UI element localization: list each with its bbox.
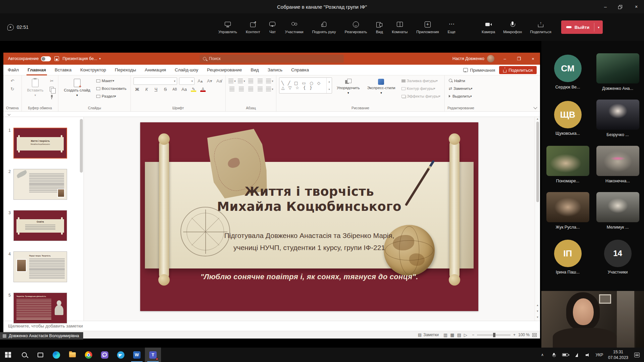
underline-button[interactable]: Ч [152,86,160,93]
clear-format-button[interactable]: Аа̸ [215,77,223,84]
edge-button[interactable] [48,348,64,362]
columns-button[interactable]: ▾ [266,85,273,93]
manage-button[interactable]: Управлять [215,19,240,36]
paste-button[interactable]: Вставить ▾ [24,77,46,101]
ppt-menu-tab[interactable]: Конструктор [76,65,110,75]
ppt-menu-tab[interactable]: Вставка [50,65,76,75]
telegram-button[interactable] [113,348,129,362]
ppt-menu-tab[interactable]: Справка [287,65,313,75]
slide-thumbnail-2[interactable] [13,169,67,200]
slide-thumbnail-5[interactable]: Чернігів. Громадська діяльність [13,293,67,323]
zoom-in-button[interactable]: + [513,333,516,337]
line-spacing-button[interactable]: ▾ [266,77,273,84]
ppt-menu-tab[interactable]: Анимация [141,65,170,75]
ppt-restore-button[interactable]: ❐ [512,53,526,65]
justify-button[interactable] [257,85,264,93]
account-avatar[interactable] [487,55,494,62]
self-video-tile[interactable] [541,291,644,348]
notes-toggle-button[interactable]: ▤Заметки [418,333,439,337]
align-left-button[interactable] [228,85,236,93]
previous-slide-button[interactable]: ▴ [537,303,538,307]
action-center-button[interactable] [632,348,642,362]
current-slide[interactable]: Життя і творчість Михайла Коцюбинського … [140,122,478,311]
increase-font-button[interactable]: А▴ [197,77,204,84]
find-button[interactable]: Найти [447,77,474,84]
shape-effects-button[interactable]: Эффекты фигуры▾ [400,93,442,100]
participant-tile[interactable]: ІП Ірина Паш... [544,234,591,280]
content-button[interactable]: Контент [243,19,263,36]
ppt-menu-tab[interactable]: Файл [3,65,23,75]
ppt-search-box[interactable]: Поиск [200,55,344,63]
ppt-menu-tab[interactable]: Вид [246,65,263,75]
ppt-menu-tab[interactable]: Запись [263,65,287,75]
comments-button[interactable]: Примечания [463,68,495,73]
save-icon[interactable] [54,56,59,61]
battery-icon[interactable] [560,348,570,362]
reset-button[interactable]: Восстановить [95,85,128,92]
account-name[interactable]: Настя Довженко [452,56,484,61]
align-right-button[interactable] [247,85,255,93]
mic-button[interactable]: Микрофон [500,19,525,36]
thumbnail-scrollbar[interactable] [80,119,83,173]
volume-icon[interactable] [583,348,593,362]
apps-button[interactable]: Приложения [413,19,442,36]
participant-tile[interactable]: Наконечна... [594,141,641,188]
minimize-button[interactable]: – [598,0,613,13]
layout-button[interactable]: Макет▾ [95,77,128,84]
arrange-button[interactable]: Упорядочить ▾ [334,77,362,100]
viber-button[interactable] [97,348,113,362]
slide-thumbnail-3[interactable]: Освіта [13,210,67,241]
copy-button[interactable] [48,85,55,93]
notes-pane[interactable]: Щелкните, чтобы добавить заметки [3,321,540,331]
zoom-level[interactable]: 100 % [518,333,530,337]
scrollbar-thumb[interactable] [536,122,539,202]
shape-outline-button[interactable]: Контур фигуры▾ [400,85,442,92]
close-button[interactable]: × [629,0,644,13]
section-button[interactable]: Раздел▾ [95,93,128,100]
teams-button[interactable] [145,348,161,362]
slide-thumbnail-1[interactable]: Життя і творчість Михайла Коцюбинського [13,128,67,159]
slide-thumbnail-4[interactable]: Перші твори. Творчість [13,251,67,282]
ppt-menu-tab[interactable]: Переходы [110,65,140,75]
fit-to-window-button[interactable] [532,333,537,337]
new-slide-button[interactable]: Создать слайд ▾ [61,77,93,100]
participant-tile[interactable]: 14 Участники [594,234,641,280]
view-button[interactable]: Вид [373,19,386,36]
slideshow-button[interactable]: ▷ [464,333,467,338]
network-icon[interactable] [572,348,582,362]
redo-button[interactable]: ↻ [6,85,19,93]
cut-button[interactable]: ✂ [48,77,55,84]
highlight-color-button[interactable]: ✎ [190,86,197,93]
word-button[interactable] [129,348,145,362]
participant-tile[interactable]: Довженко Ана... [594,49,641,95]
quick-styles-button[interactable]: Экспресс-стили ▾ [364,77,398,100]
zoom-out-button[interactable]: − [472,333,474,337]
ppt-close-button[interactable]: × [526,53,540,65]
zoom-slider[interactable] [477,335,511,336]
select-button[interactable]: Выделить▾ [447,93,474,100]
numbering-button[interactable]: ▾ [238,77,245,84]
participant-tile[interactable]: Безручко ... [594,95,641,141]
share-button[interactable]: Поделиться [527,19,554,36]
shapes-gallery-scroll[interactable]: ▴▾ [326,78,332,93]
tray-mic-icon[interactable] [549,348,559,362]
chat-button[interactable]: Чат [266,19,279,36]
tray-expand-chevron-icon[interactable]: ∧ [537,348,547,362]
participant-tile[interactable]: Мелимук ... [594,188,641,234]
react-button[interactable]: Реагировать [342,19,370,36]
bullets-button[interactable]: ▾ [228,77,236,84]
reading-view-button[interactable]: ▤ [457,333,461,338]
rooms-button[interactable]: Комнаты [389,19,411,36]
autosave-toggle[interactable] [41,56,51,61]
scroll-up-icon[interactable]: ▴ [537,117,538,120]
ppt-share-button[interactable]: Поделиться [499,66,537,74]
leave-button[interactable]: Выйти ▾ [561,20,603,34]
strikethrough-button[interactable]: S [162,86,169,93]
participant-tile[interactable]: ЩВ Щуковська... [544,95,591,141]
chrome-button[interactable] [80,348,97,362]
taskbar-search-button[interactable] [16,348,32,362]
replace-button[interactable]: ⇄Заменить▾ [447,85,474,92]
camera-button[interactable]: Камера [479,19,498,36]
canvas-scrollbar[interactable]: ▴ ▴ ▾ ▾ [535,117,540,321]
document-title[interactable]: Презентация бе...▾ [62,56,101,61]
